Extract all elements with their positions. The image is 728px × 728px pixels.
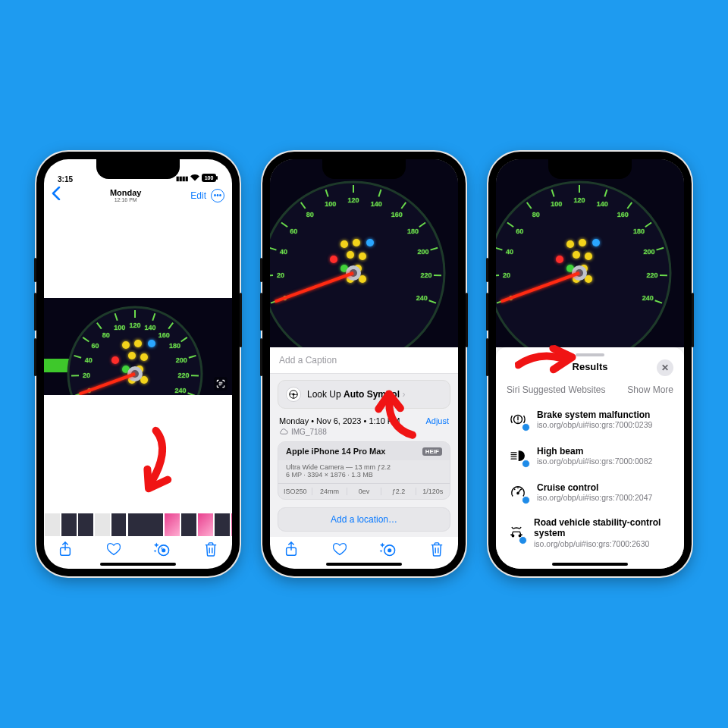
caption-field[interactable]: Add a Caption [270,347,458,374]
suggested-heading: Siri Suggested Websites [507,384,606,395]
svg-text:160: 160 [617,211,629,218]
svg-text:100: 100 [205,175,214,180]
svg-text:40: 40 [85,356,93,364]
delete-button[interactable] [200,541,221,560]
photo-title: Monday 12:16 PM [110,188,142,202]
svg-point-125 [566,240,574,248]
svg-text:160: 160 [158,331,170,339]
svg-text:200: 200 [417,248,428,256]
steering-wheel-icon [286,387,301,402]
filmstrip[interactable] [44,513,232,537]
result-subtitle: iso.org/obp/ui#iso:grs:7000:0082 [537,457,652,466]
svg-point-81 [347,251,354,259]
share-button[interactable] [55,541,76,560]
svg-point-139 [517,492,519,494]
photo-view[interactable]: 020406080100120140160180200220240 [270,159,458,347]
svg-text:240: 240 [642,294,654,302]
svg-point-36 [128,352,136,359]
svg-text:220: 220 [646,271,657,279]
result-title: Road vehicle stability-control system [534,517,673,539]
photo-view[interactable]: 020406080100120140160180200220240 [44,298,232,395]
svg-text:240: 240 [416,294,428,302]
svg-text:60: 60 [516,228,523,235]
lookup-auto-symbol[interactable]: Look Up Auto Symbol › [278,380,450,409]
favorite-button[interactable] [103,542,124,560]
result-title: High beam [537,446,652,457]
svg-text:220: 220 [420,271,431,279]
live-text-icon[interactable] [214,377,228,391]
svg-text:60: 60 [290,228,297,235]
svg-text:200: 200 [176,356,187,364]
svg-point-80 [366,239,374,246]
svg-text:100: 100 [114,324,125,331]
svg-point-129 [556,256,563,263]
svg-point-33 [122,341,130,349]
add-location-button[interactable]: Add a location… [278,507,450,532]
results-sheet: Results ✕ Siri Suggested Websites Show M… [496,347,684,569]
result-subtitle: iso.org/obp/ui#iso:grs:7000:0239 [537,420,652,429]
svg-point-130 [585,253,592,260]
svg-text:120: 120 [129,322,140,329]
svg-point-79 [353,239,360,246]
visual-lookup-button[interactable] [152,541,173,561]
cellular-icon: ▮▮▮▮ [176,175,188,182]
status-time: 3:15 [58,175,73,184]
svg-text:140: 140 [597,200,608,208]
svg-text:140: 140 [145,324,156,331]
result-item[interactable]: Brake system malfunction iso.org/obp/ui#… [507,401,673,438]
svg-text:80: 80 [306,211,314,218]
back-button[interactable] [52,187,61,204]
result-item[interactable]: High beam iso.org/obp/ui#iso:grs:7000:00… [507,438,673,474]
home-indicator[interactable] [100,563,176,566]
svg-text:40: 40 [506,248,513,256]
svg-point-140 [512,535,514,538]
svg-text:180: 180 [169,342,180,350]
battery-icon: 100 [202,174,218,184]
svg-text:220: 220 [177,372,189,379]
svg-text:180: 180 [407,228,419,235]
svg-text:60: 60 [92,342,99,350]
result-item[interactable]: Road vehicle stability-control system is… [507,510,673,555]
delete-button[interactable] [426,541,447,560]
close-button[interactable]: ✕ [657,359,673,376]
svg-text:200: 200 [643,248,654,256]
annotation-arrow [111,421,195,510]
svg-point-82 [330,256,337,263]
svg-point-126 [579,239,586,246]
svg-point-128 [573,251,580,259]
file-name: IMG_7188 [270,425,458,441]
svg-point-78 [340,240,348,248]
result-subtitle: iso.org/obp/ui#iso:grs:7000:2047 [537,493,652,502]
cruise-control-icon [507,481,529,504]
sheet-handle[interactable] [576,353,604,356]
svg-point-95 [388,548,391,552]
phone-1: 3:15 ▮▮▮▮ 100 Monday 12:16 PM Edit [36,152,240,576]
result-item[interactable]: Cruise control iso.org/obp/ui#iso:grs:70… [507,474,673,510]
edit-button[interactable]: Edit [190,190,206,201]
svg-text:80: 80 [532,211,540,218]
favorite-button[interactable] [329,542,350,560]
svg-point-141 [519,535,521,538]
svg-point-127 [592,239,600,246]
svg-point-37 [111,356,119,364]
svg-point-48 [162,548,165,552]
more-button[interactable]: ••• [211,189,224,202]
photo-date: Monday • Nov 6, 2023 • 1:10 PM [279,416,400,425]
svg-rect-1 [216,176,218,180]
show-more-button[interactable]: Show More [627,384,673,395]
share-button[interactable] [281,541,302,560]
svg-point-83 [359,253,366,260]
phone-3: 020406080100120140160180200220240 Result… [488,152,692,576]
result-title: Brake system malfunction [537,410,652,420]
home-indicator[interactable] [326,563,402,566]
svg-point-34 [134,340,142,347]
svg-text:160: 160 [391,211,403,218]
adjust-button[interactable]: Adjust [425,416,449,425]
cloud-icon [279,428,288,436]
high-beam-icon [507,444,529,467]
svg-text:140: 140 [371,200,382,208]
svg-text:120: 120 [347,196,359,204]
result-subtitle: iso.org/obp/ui#iso:grs:7000:2630 [534,539,673,548]
photo-view[interactable]: 020406080100120140160180200220240 [496,159,684,347]
visual-lookup-button[interactable] [378,541,399,561]
